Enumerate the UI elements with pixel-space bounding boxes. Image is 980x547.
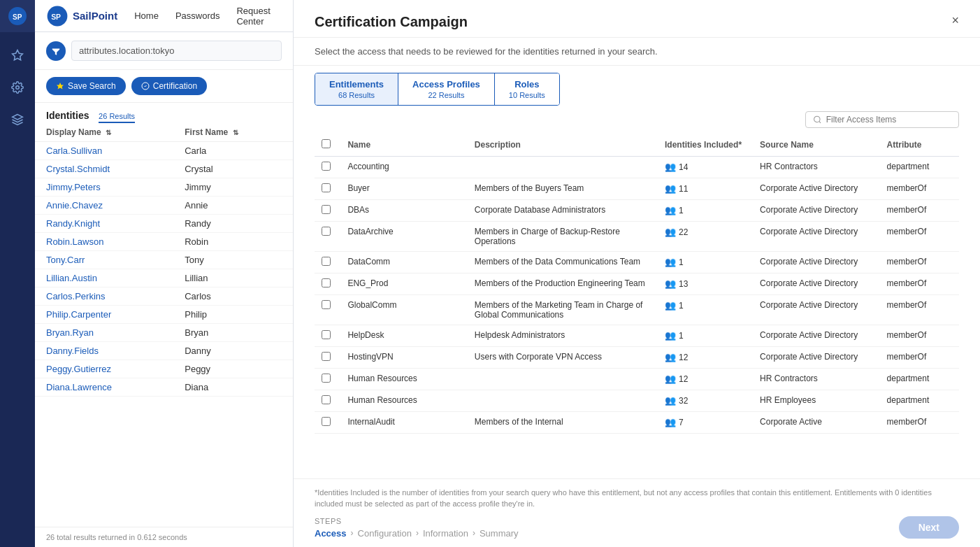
sidebar-home-icon[interactable]: SP xyxy=(0,0,35,32)
first-sort-icon[interactable]: ⇅ xyxy=(233,129,238,136)
row-checkbox[interactable] xyxy=(322,162,331,171)
access-table: Name Description Identities Included* So… xyxy=(294,134,980,478)
filter-input-wrap xyxy=(805,111,959,128)
row-checkbox-cell xyxy=(315,369,340,390)
row-identities: 👥 12 xyxy=(658,347,753,369)
row-name: GlobalComm xyxy=(340,295,467,325)
identities-footer: 26 total results returned in 0.612 secon… xyxy=(35,527,293,547)
row-checkbox[interactable] xyxy=(322,257,331,266)
people-icon: 👥 xyxy=(665,257,676,267)
row-checkbox[interactable] xyxy=(322,395,331,404)
identity-link[interactable]: Randy.Knight xyxy=(46,218,185,229)
row-checkbox[interactable] xyxy=(322,205,331,214)
row-checkbox-cell xyxy=(315,178,340,200)
row-name: Buyer xyxy=(340,178,467,200)
th-checkbox xyxy=(315,134,340,157)
identity-link[interactable]: Carla.Sullivan xyxy=(46,145,185,156)
identity-link[interactable]: Bryan.Ryan xyxy=(46,327,185,338)
identity-row: Peggy.Gutierrez Peggy xyxy=(35,360,293,378)
table-row: InternalAudit Members of the Internal 👥 … xyxy=(315,412,959,434)
select-all-checkbox[interactable] xyxy=(322,139,331,148)
table-row: HostingVPN Users with Corporate VPN Acce… xyxy=(315,347,959,369)
svg-text:SP: SP xyxy=(13,13,22,21)
row-attribute: memberOf xyxy=(880,222,959,252)
row-checkbox[interactable] xyxy=(322,330,331,339)
nav-home[interactable]: Home xyxy=(134,10,159,21)
identity-firstname: Peggy xyxy=(185,364,282,374)
row-checkbox-cell xyxy=(315,390,340,412)
identity-firstname: Crystal xyxy=(185,164,282,174)
identity-row: Danny.Fields Danny xyxy=(35,342,293,360)
row-attribute: memberOf xyxy=(880,325,959,347)
row-checkbox[interactable] xyxy=(322,278,331,287)
save-search-button[interactable]: Save Search xyxy=(46,77,126,95)
row-description: Members of the Marketing Team in Charge … xyxy=(468,295,658,325)
identity-firstname: Randy xyxy=(185,218,282,229)
display-sort-icon[interactable]: ⇅ xyxy=(106,129,111,136)
identity-row: Tony.Carr Tony xyxy=(35,251,293,269)
identity-link[interactable]: Crystal.Schmidt xyxy=(46,164,185,174)
certification-button[interactable]: Certification xyxy=(131,77,207,95)
table-row: GlobalComm Members of the Marketing Team… xyxy=(315,295,959,325)
tab-entitlements[interactable]: Entitlements 68 Results xyxy=(315,73,398,105)
row-source: Corporate Active Directory xyxy=(753,252,879,274)
identity-link[interactable]: Jimmy.Peters xyxy=(46,182,185,192)
row-identities: 👥 11 xyxy=(658,178,753,200)
identity-firstname: Philip xyxy=(185,309,282,320)
search-input[interactable] xyxy=(71,41,282,61)
th-identities: Identities Included* xyxy=(658,134,753,157)
identities-section-header: Identities 26 Results xyxy=(35,103,293,123)
sidebar-star-icon[interactable] xyxy=(0,39,35,71)
svg-text:SP: SP xyxy=(51,13,61,20)
identity-row: Lillian.Austin Lillian xyxy=(35,269,293,287)
row-checkbox[interactable] xyxy=(322,227,331,236)
row-source: Corporate Active Directory xyxy=(753,325,879,347)
nav-request-center[interactable]: Request Center xyxy=(236,6,282,27)
steps-section: STEPS Access›Configuration›Information›S… xyxy=(315,517,519,539)
sidebar-layers-icon[interactable] xyxy=(0,104,35,136)
identity-link[interactable]: Diana.Lawrence xyxy=(46,382,185,392)
th-name: Name xyxy=(340,134,467,157)
sidebar-gear-icon[interactable] xyxy=(0,71,35,104)
step-arrow: › xyxy=(473,528,475,538)
row-checkbox[interactable] xyxy=(322,417,331,426)
row-source: HR Contractors xyxy=(753,369,879,390)
tab-roles[interactable]: Roles 10 Results xyxy=(495,73,559,105)
modal-title: Certification Campaign xyxy=(315,14,468,30)
identity-row: Annie.Chavez Annie xyxy=(35,197,293,215)
row-identities: 👥 1 xyxy=(658,325,753,347)
identity-row: Robin.Lawson Robin xyxy=(35,233,293,251)
row-description: Helpdesk Administrators xyxy=(468,325,658,347)
next-button[interactable]: Next xyxy=(899,516,959,539)
row-checkbox[interactable] xyxy=(322,374,331,383)
row-name: Human Resources xyxy=(340,390,467,412)
identity-link[interactable]: Tony.Carr xyxy=(46,255,185,265)
identity-link[interactable]: Robin.Lawson xyxy=(46,236,185,247)
people-icon: 👥 xyxy=(665,330,676,341)
close-button[interactable]: × xyxy=(951,14,959,27)
row-description: Members of the Production Engineering Te… xyxy=(468,274,658,295)
step-summary: Summary xyxy=(480,528,519,539)
modal-footer: *Identities Included is the number of id… xyxy=(294,478,980,547)
identity-link[interactable]: Annie.Chavez xyxy=(46,200,185,211)
row-attribute: memberOf xyxy=(880,178,959,200)
filter-access-input[interactable] xyxy=(826,115,951,125)
identity-link[interactable]: Danny.Fields xyxy=(46,346,185,356)
row-checkbox[interactable] xyxy=(322,183,331,192)
row-identities: 👥 1 xyxy=(658,295,753,325)
identity-link[interactable]: Peggy.Gutierrez xyxy=(46,364,185,374)
row-attribute: memberOf xyxy=(880,274,959,295)
identity-link[interactable]: Lillian.Austin xyxy=(46,273,185,283)
row-checkbox[interactable] xyxy=(322,352,331,361)
step-access[interactable]: Access xyxy=(315,528,347,539)
row-name: InternalAudit xyxy=(340,412,467,434)
identity-firstname: Tony xyxy=(185,255,282,265)
identity-firstname: Carlos xyxy=(185,291,282,301)
nav-passwords[interactable]: Passwords xyxy=(175,10,220,21)
row-description: Users with Corporate VPN Access xyxy=(468,347,658,369)
identity-link[interactable]: Carlos.Perkins xyxy=(46,291,185,301)
steps-row: STEPS Access›Configuration›Information›S… xyxy=(315,516,959,539)
row-checkbox[interactable] xyxy=(322,300,331,309)
tab-access-profiles[interactable]: Access Profiles 22 Results xyxy=(398,73,495,105)
identity-link[interactable]: Philip.Carpenter xyxy=(46,309,185,320)
